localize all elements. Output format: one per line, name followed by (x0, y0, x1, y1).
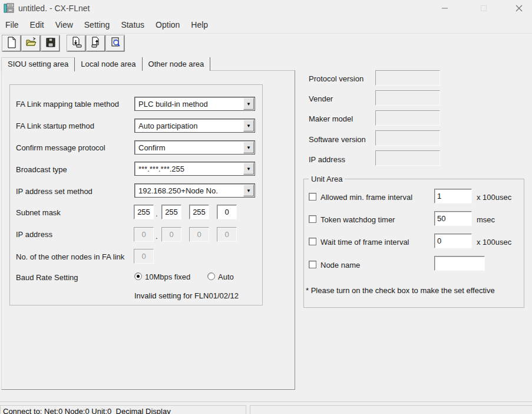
octet-separator: . (156, 209, 158, 218)
ip-address-octet-3 (189, 227, 209, 242)
other-nodes-label: No. of the other nodes in FA link (16, 252, 124, 261)
allowed-min-frame-label: Allowed min. frame interval (320, 193, 412, 202)
node-name-checkbox[interactable] (309, 261, 316, 268)
broadcast-type-combo[interactable]: ***.***.***.255 ▼ (134, 162, 255, 176)
toolbar (0, 35, 125, 53)
confirm-protocol-combo[interactable]: Confirm ▼ (134, 140, 255, 155)
software-version-field (375, 130, 440, 146)
menu-bar: File Edit View Setting Status Option Hel… (0, 17, 532, 34)
menu-item-setting[interactable]: Setting (84, 20, 110, 29)
ip-address-octet-2 (161, 227, 181, 242)
vender-label: Vender (309, 94, 333, 103)
minimize-button[interactable] (430, 0, 460, 17)
subnet-mask-octet-3[interactable] (189, 205, 209, 219)
maker-model-field (375, 110, 440, 126)
fa-link-mapping-label: FA Link mapping table method (16, 100, 119, 109)
ip-set-method-value: 192.168.250+Node No. (138, 186, 218, 195)
allowed-min-frame-unit: x 100usec (477, 193, 511, 202)
new-document-icon (6, 37, 18, 50)
menu-item-status[interactable]: Status (121, 20, 144, 29)
open-button[interactable] (22, 35, 40, 51)
menu-item-file[interactable]: File (5, 20, 19, 29)
wait-time-checkbox[interactable] (309, 238, 316, 245)
ip-address-octet-1 (134, 227, 154, 242)
transfer-to-plc-button[interactable] (67, 35, 85, 51)
status-connection-text: Connect to: Net:0 Node:0 Unit:0 Decimal … (3, 407, 171, 414)
tab-strip: SIOU setting area Local node area Other … (1, 57, 210, 71)
save-icon (45, 37, 57, 50)
menu-item-edit[interactable]: Edit (30, 20, 44, 29)
protocol-version-label: Protocol version (309, 74, 364, 83)
dropdown-arrow-icon: ▼ (243, 163, 254, 175)
protocol-version-field (375, 70, 440, 86)
tab-siou-setting-area[interactable]: SIOU setting area (1, 57, 75, 71)
baud-auto-radio[interactable] (207, 272, 215, 280)
fa-link-mapping-combo[interactable]: PLC build-in method ▼ (134, 97, 255, 111)
transfer-from-plc-button[interactable] (87, 35, 105, 51)
status-pane-connection: Connect to: Net:0 Node:0 Unit:0 Decimal … (0, 405, 246, 414)
ip-address-octet-4 (217, 227, 237, 242)
menu-item-option[interactable]: Option (156, 20, 180, 29)
menu-item-view[interactable]: View (55, 20, 73, 29)
confirm-protocol-label: Confirm message protocol (16, 143, 105, 152)
invalid-setting-note: Invalid setting for FLN01/02/12 (134, 291, 239, 300)
token-watchdog-checkbox[interactable] (309, 215, 316, 223)
fa-link-startup-value: Auto participation (138, 121, 197, 130)
baud-rate-label: Baud Rate Setting (16, 273, 78, 282)
node-name-field[interactable] (434, 256, 485, 271)
ip-set-method-label: IP address set method (16, 187, 92, 196)
status-bar-divider (0, 402, 532, 403)
token-watchdog-label: Token watchdog timer (320, 215, 395, 224)
maker-model-label: Maker model (309, 114, 353, 123)
toolbar-separator (61, 35, 67, 53)
broadcast-type-value: ***.***.***.255 (138, 165, 184, 173)
app-icon (4, 2, 15, 14)
other-nodes-field (134, 249, 154, 264)
baud-10mbps-radio[interactable] (134, 272, 142, 280)
save-button[interactable] (41, 35, 60, 51)
unit-area-title: Unit Area (309, 175, 345, 183)
dropdown-arrow-icon: ▼ (243, 120, 254, 132)
octet-separator: . (156, 232, 158, 241)
fa-link-mapping-value: PLC build-in method (138, 100, 208, 109)
baud-auto-label: Auto (218, 272, 234, 281)
title-bar: untitled. - CX-FLnet (0, 0, 532, 17)
app-window: untitled. - CX-FLnet File Edit View Sett… (0, 0, 532, 414)
ip-address-label: IP address (16, 230, 52, 239)
transfer-to-plc-icon (71, 37, 82, 50)
node-ip-address-field (375, 150, 440, 166)
vender-field (375, 90, 440, 106)
menu-item-help[interactable]: Help (191, 20, 208, 29)
verify-button[interactable] (106, 35, 124, 51)
new-button[interactable] (2, 35, 21, 51)
wait-time-label: Wait time of frame interval (320, 238, 409, 247)
token-watchdog-unit: msec (477, 215, 495, 224)
subnet-mask-octet-1[interactable] (134, 205, 154, 219)
wait-time-field[interactable] (434, 234, 472, 248)
tab-other-node-area[interactable]: Other node area (143, 57, 211, 71)
maximize-button[interactable] (469, 0, 498, 17)
fa-link-startup-combo[interactable]: Auto participation ▼ (134, 119, 255, 133)
wait-time-unit: x 100usec (477, 238, 511, 247)
allowed-min-frame-checkbox[interactable] (309, 193, 316, 201)
unit-area-note: * Please turn on the check box to make t… (306, 286, 495, 295)
subnet-mask-octet-2[interactable] (161, 205, 181, 219)
subnet-mask-octet-4[interactable] (217, 205, 237, 219)
status-display-mode: Decimal Display (116, 407, 171, 414)
status-connect-value: Connect to: Net:0 Node:0 Unit:0 (3, 407, 111, 414)
ip-set-method-combo[interactable]: 192.168.250+Node No. ▼ (134, 183, 255, 198)
transfer-from-plc-icon (90, 37, 102, 50)
dropdown-arrow-icon: ▼ (243, 98, 254, 110)
node-name-label: Node name (320, 261, 360, 270)
baud-10mbps-label: 10Mbps fixed (145, 272, 190, 281)
dropdown-arrow-icon: ▼ (243, 185, 254, 196)
allowed-min-frame-field[interactable] (434, 189, 472, 203)
close-button[interactable] (504, 0, 532, 17)
dropdown-arrow-icon: ▼ (243, 142, 254, 153)
open-folder-icon (25, 37, 37, 50)
fa-link-startup-label: FA Link startup method (16, 121, 94, 130)
verify-icon (110, 37, 121, 50)
node-ip-address-label: IP address (309, 155, 345, 164)
token-watchdog-field[interactable] (434, 211, 472, 226)
tab-local-node-area[interactable]: Local node area (75, 57, 142, 71)
